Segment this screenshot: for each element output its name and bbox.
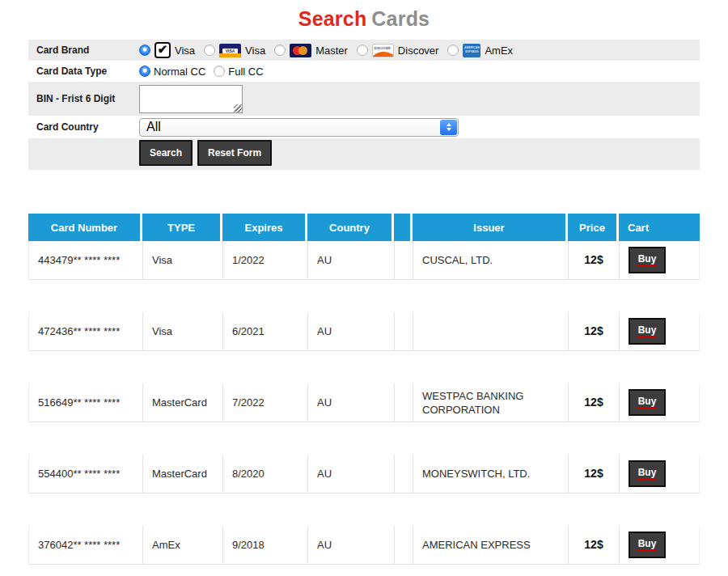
card-number-cell: 472436** **** **** [29, 312, 143, 350]
full-cc-label: Full CC [228, 66, 263, 78]
page-title-secondary: Cards [371, 7, 430, 30]
card-country-label: Card Country [28, 121, 139, 133]
card-brand-options: Visa Visa Master Discover AmEx [139, 42, 700, 58]
chevron-up-icon [447, 123, 451, 126]
card-row: 376042** **** **** AmEx 9/2018 AU AMERIC… [28, 526, 700, 565]
brand-visa-radio[interactable] [204, 44, 215, 56]
cart-cell: Buy [620, 241, 700, 279]
brand-discover-radio[interactable] [357, 44, 368, 56]
buy-button-label: Buy [637, 538, 658, 552]
buy-button[interactable]: Buy [629, 318, 666, 345]
results-table: Card Number TYPE Expires Country Issuer … [28, 214, 700, 565]
country-cell: AU [308, 312, 395, 350]
expires-cell: 7/2022 [223, 383, 308, 421]
price-cell: 12$ [569, 312, 620, 350]
buy-button-label: Buy [637, 253, 658, 267]
card-number-cell: 554400** **** **** [29, 455, 143, 493]
card-row: 443479** **** **** Visa 1/2022 AU CUSCAL… [28, 241, 700, 280]
reset-form-button[interactable]: Reset Form [197, 140, 272, 166]
price-cell: 12$ [569, 455, 620, 493]
header-price: Price [568, 214, 619, 241]
card-type-cell: Visa [143, 241, 223, 279]
header-type: TYPE [142, 214, 222, 241]
brand-all-radio[interactable] [139, 44, 150, 56]
brand-option-label: Master [315, 44, 348, 57]
card-type-cell: Visa [143, 312, 223, 350]
checkbox-checked-icon [154, 42, 171, 58]
buy-button-label: Buy [637, 396, 658, 409]
search-button[interactable]: Search [139, 140, 193, 166]
expires-cell: 9/2018 [223, 526, 308, 564]
buy-button[interactable]: Buy [629, 460, 666, 487]
issuer-cell: MONEYSWITCH, LTD. [413, 455, 569, 493]
cart-cell: Buy [620, 312, 700, 350]
bin-input[interactable] [139, 85, 243, 113]
amex-card-icon [463, 44, 480, 57]
buy-button[interactable]: Buy [629, 247, 666, 273]
issuer-cell: CUSCAL, LTD. [413, 241, 569, 279]
spacer-cell [395, 526, 413, 564]
results-table-header: Card Number TYPE Expires Country Issuer … [28, 214, 700, 241]
spacer-cell [395, 241, 413, 279]
buy-button[interactable]: Buy [629, 532, 666, 558]
issuer-cell: WESTPAC BANKING CORPORATION [413, 383, 569, 421]
card-row: 554400** **** **** MasterCard 8/2020 AU … [28, 455, 700, 493]
card-number-cell: 376042** **** **** [29, 526, 143, 564]
country-cell: AU [308, 383, 395, 421]
cart-cell: Buy [620, 455, 700, 493]
cart-cell: Buy [620, 526, 700, 564]
page-title-primary: Search [298, 7, 367, 30]
card-data-type-options: Normal CC Full CC [139, 66, 700, 78]
header-issuer: Issuer [413, 214, 568, 241]
header-spacer [394, 214, 413, 241]
full-cc-radio[interactable] [214, 66, 225, 77]
card-data-type-row: Card Data Type Normal CC Full CC [28, 61, 700, 82]
header-card-number: Card Number [28, 214, 142, 241]
card-number-cell: 516649** **** **** [29, 383, 143, 421]
card-data-type-label: Card Data Type [28, 66, 139, 77]
price-cell: 12$ [569, 241, 620, 279]
spacer-cell [395, 455, 413, 493]
discover-card-icon [372, 44, 394, 57]
brand-option-label: Visa [245, 44, 265, 57]
card-brand-row: Card Brand Visa Visa Master Discover AmE… [28, 40, 700, 61]
country-cell: AU [308, 455, 395, 493]
spacer-cell [395, 312, 413, 350]
results-table-body: 443479** **** **** Visa 1/2022 AU CUSCAL… [28, 241, 700, 565]
normal-cc-label: Normal CC [154, 66, 205, 78]
mastercard-icon [290, 44, 311, 57]
card-country-selected-value: All [140, 120, 161, 134]
page-title: SearchCards [0, 7, 728, 31]
header-country: Country [307, 214, 394, 241]
normal-cc-radio[interactable] [139, 66, 150, 77]
brand-master-radio[interactable] [274, 44, 286, 56]
price-cell: 12$ [569, 383, 620, 421]
chevron-down-icon [447, 128, 451, 131]
visa-card-icon [219, 44, 241, 57]
issuer-cell [413, 312, 569, 350]
buy-button[interactable]: Buy [629, 389, 666, 416]
card-row: 516649** **** **** MasterCard 7/2022 AU … [28, 383, 700, 422]
country-cell: AU [308, 241, 395, 279]
brand-option-label: Visa [175, 44, 195, 57]
header-expires: Expires [222, 214, 307, 241]
buy-button-label: Buy [637, 467, 658, 481]
card-row: 472436** **** **** Visa 6/2021 AU 12$ Bu… [28, 312, 700, 351]
card-number-cell: 443479** **** **** [29, 241, 143, 279]
cart-cell: Buy [620, 383, 700, 421]
bin-label: BIN - Frist 6 Digit [28, 93, 139, 104]
search-form: Card Brand Visa Visa Master Discover AmE… [28, 40, 700, 170]
country-cell: AU [308, 526, 395, 564]
spacer-cell [395, 383, 413, 421]
price-cell: 12$ [569, 526, 620, 564]
issuer-cell: AMERICAN EXPRESS [413, 526, 569, 564]
bin-row: BIN - Frist 6 Digit [28, 82, 700, 116]
card-country-row: Card Country All [28, 116, 700, 138]
card-country-select[interactable]: All [139, 118, 459, 137]
header-cart: Cart [619, 214, 700, 241]
expires-cell: 6/2021 [223, 312, 308, 350]
expires-cell: 1/2022 [223, 241, 308, 279]
form-actions-row: Search Reset Form [28, 138, 700, 170]
brand-amex-radio[interactable] [447, 44, 459, 56]
brand-option-label: AmEx [485, 44, 513, 57]
